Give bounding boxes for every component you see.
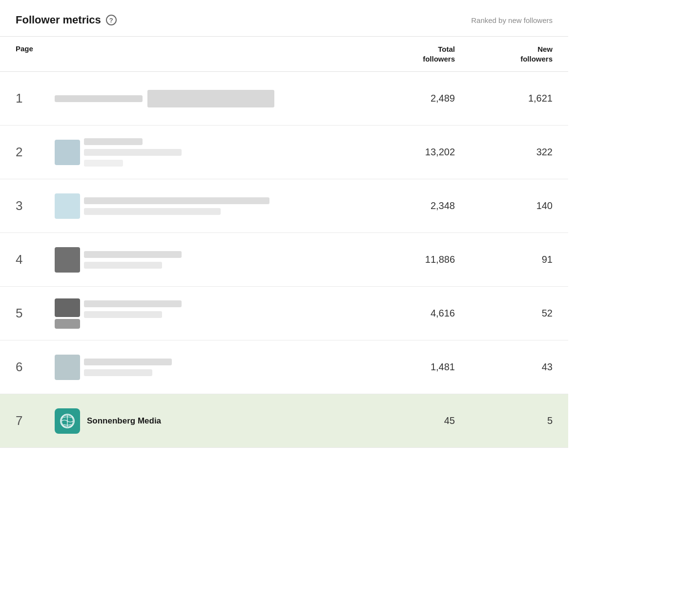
metrics-table: Page Total followers New followers 1 2,4… xyxy=(0,37,568,448)
table-header-row: Page Total followers New followers xyxy=(0,37,568,72)
row-page-content xyxy=(55,138,357,167)
row-total: 4,616 xyxy=(357,308,455,319)
row-total: 11,886 xyxy=(357,254,455,265)
row-new: 52 xyxy=(455,308,553,319)
row-total: 2,348 xyxy=(357,200,455,211)
help-icon[interactable]: ? xyxy=(106,15,117,25)
row-new: 91 xyxy=(455,254,553,265)
row-total: 1,481 xyxy=(357,361,455,373)
row-total: 45 xyxy=(357,415,455,426)
row-page-content xyxy=(55,247,357,273)
panel-title: Follower metrics xyxy=(16,14,101,26)
row-rank: 3 xyxy=(16,198,55,213)
ranked-label: Ranked by new followers xyxy=(471,16,553,24)
header-left: Follower metrics ? xyxy=(16,14,117,26)
col-header-new: New followers xyxy=(455,44,553,63)
row-rank: 7 xyxy=(16,413,55,428)
row-page-content xyxy=(55,355,357,380)
row-rank: 4 xyxy=(16,252,55,267)
col-header-total: Total followers xyxy=(357,44,455,63)
col-header-page: Page xyxy=(16,44,55,63)
row-new: 1,621 xyxy=(455,93,553,104)
follower-metrics-panel: Follower metrics ? Ranked by new followe… xyxy=(0,0,568,448)
row-total: 2,489 xyxy=(357,93,455,104)
row-rank: 6 xyxy=(16,359,55,375)
row-page-content: Sonnenberg Media xyxy=(55,408,357,434)
row-page-content xyxy=(55,90,357,107)
row-total: 13,202 xyxy=(357,147,455,158)
panel-header: Follower metrics ? Ranked by new followe… xyxy=(0,0,568,37)
row-page-content xyxy=(55,193,357,219)
table-row: 4 11,886 91 xyxy=(0,233,568,287)
row-rank: 1 xyxy=(16,91,55,106)
row-rank: 5 xyxy=(16,306,55,321)
table-row: 6 1,481 43 xyxy=(0,340,568,394)
table-row: 2 13,202 322 xyxy=(0,126,568,179)
row-new: 43 xyxy=(455,361,553,373)
row-new: 5 xyxy=(455,415,553,426)
row-page-content xyxy=(55,298,357,329)
table-row: 3 2,348 140 xyxy=(0,179,568,233)
table-row: 5 4,616 52 xyxy=(0,287,568,340)
table-row: 1 2,489 1,621 xyxy=(0,72,568,126)
page-logo xyxy=(55,408,80,434)
row-rank: 2 xyxy=(16,145,55,160)
page-name: Sonnenberg Media xyxy=(87,416,161,426)
table-row: 7 Sonnenberg Media xyxy=(0,394,568,448)
row-new: 140 xyxy=(455,200,553,211)
row-new: 322 xyxy=(455,147,553,158)
